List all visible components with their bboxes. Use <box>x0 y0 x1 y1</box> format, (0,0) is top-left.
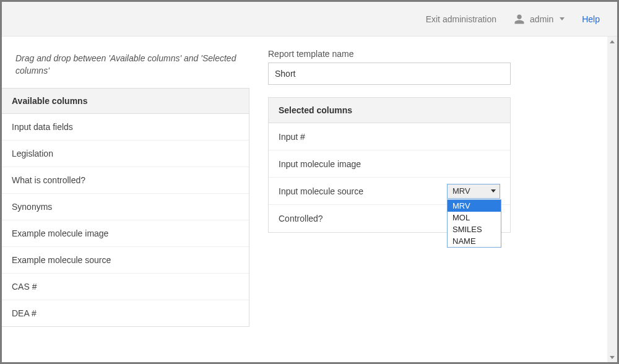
user-menu[interactable]: admin <box>514 14 565 25</box>
available-item[interactable]: Example molecule source <box>2 247 249 274</box>
template-name-label: Report template name <box>268 49 582 59</box>
format-dropdown[interactable]: MRVMOLSMILESNAME <box>447 199 501 248</box>
right-column: Report template name Selected columns In… <box>249 37 607 362</box>
format-option[interactable]: MOL <box>448 212 501 223</box>
selected-columns-panel: Selected columns Input #Input molecule i… <box>268 97 511 233</box>
available-item[interactable]: Input data fields <box>2 114 249 141</box>
selected-item[interactable]: Input molecule sourceMRVMRVMOLSMILESNAME <box>269 178 510 205</box>
available-item[interactable]: DEA # <box>2 300 249 326</box>
exit-administration-link[interactable]: Exit administration <box>426 14 496 24</box>
available-item[interactable]: Legislation <box>2 141 249 167</box>
selected-item[interactable]: Input # <box>269 123 510 150</box>
chevron-down-icon <box>491 189 496 193</box>
user-name: admin <box>530 14 553 24</box>
selected-columns-list: Input #Input molecule imageInput molecul… <box>269 123 510 232</box>
chevron-down-icon <box>610 356 615 359</box>
available-item[interactable]: Synonyms <box>2 194 249 220</box>
help-link[interactable]: Help <box>582 14 600 24</box>
content-area: Drag and drop between 'Available columns… <box>2 37 617 362</box>
selected-columns-header: Selected columns <box>269 98 510 123</box>
format-option[interactable]: NAME <box>448 235 501 247</box>
available-columns-header: Available columns <box>2 89 249 114</box>
template-name-input[interactable] <box>268 63 511 85</box>
format-select[interactable]: MRVMRVMOLSMILESNAME <box>447 184 500 199</box>
selected-item-label: Controlled? <box>279 214 323 223</box>
format-select-value: MRV <box>452 186 470 196</box>
available-columns-panel: Available columns Input data fieldsLegis… <box>2 88 249 327</box>
app-frame: Exit administration admin Help Drag and … <box>0 0 619 364</box>
chevron-up-icon <box>610 40 615 43</box>
scroll-down-button[interactable] <box>607 352 617 362</box>
selected-item[interactable]: Input molecule image <box>269 150 510 178</box>
vertical-scrollbar[interactable] <box>607 37 617 362</box>
top-bar: Exit administration admin Help <box>2 2 617 37</box>
available-item[interactable]: What is controlled? <box>2 167 249 194</box>
user-icon <box>514 14 525 25</box>
chevron-down-icon <box>560 17 565 20</box>
selected-item-label: Input molecule source <box>279 186 363 196</box>
selected-item-label: Input # <box>279 132 305 142</box>
available-item[interactable]: CAS # <box>2 274 249 300</box>
format-option[interactable]: SMILES <box>448 223 501 235</box>
left-column: Drag and drop between 'Available columns… <box>2 37 249 362</box>
available-item[interactable]: Example molecule image <box>2 220 249 247</box>
drag-drop-hint: Drag and drop between 'Available columns… <box>2 37 249 88</box>
selected-item-label: Input molecule image <box>279 159 361 169</box>
available-columns-list: Input data fieldsLegislationWhat is cont… <box>2 114 249 326</box>
scroll-up-button[interactable] <box>607 37 617 46</box>
format-option[interactable]: MRV <box>448 200 501 212</box>
